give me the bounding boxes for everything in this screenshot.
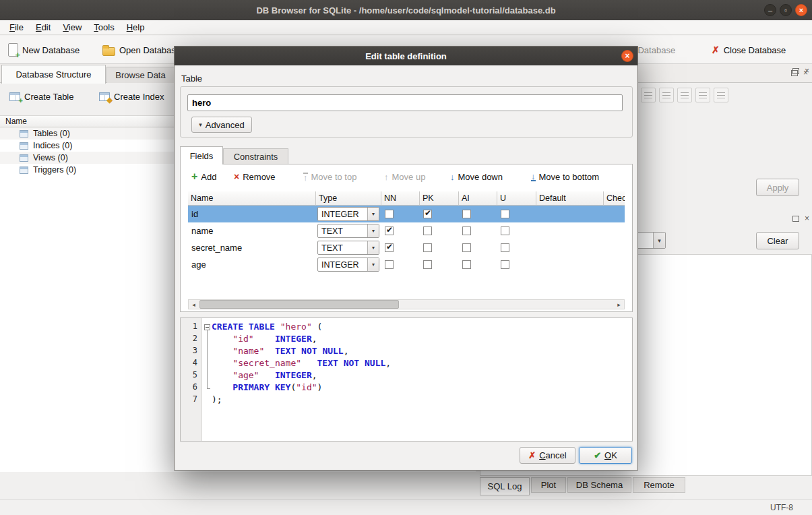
tab-remote[interactable]: Remote [633,477,685,493]
checkbox-pk[interactable] [423,210,432,218]
table-name-input[interactable] [187,94,623,111]
menu-file[interactable]: File [3,21,30,34]
grid-cell [604,206,625,222]
tab-constraints[interactable]: Constraints [223,148,288,164]
tab-fields[interactable]: Fields [180,146,223,164]
new-database-button[interactable]: New Database [4,40,84,59]
field-name-cell[interactable]: age [188,256,316,273]
tab-database-structure[interactable]: Database Structure [1,65,106,84]
apply-button[interactable]: Apply [756,179,799,196]
field-name-cell[interactable]: secret_name [188,239,316,256]
checkbox-nn[interactable] [385,226,394,235]
scrollbar-thumb[interactable] [199,300,399,309]
grid-cell [604,239,625,256]
menu-view[interactable]: View [57,21,88,34]
checkbox-u[interactable] [501,226,509,235]
menu-help[interactable]: Help [121,21,151,34]
field-type-combobox[interactable]: TEXT▾ [317,241,379,255]
column-header-check[interactable]: Check [604,191,625,206]
tab-plot[interactable]: Plot [531,477,566,493]
chevron-down-icon[interactable]: ▾ [367,258,379,271]
sql-editor-gutter: 1234567 [181,318,202,441]
column-header-name[interactable]: Name [188,191,316,206]
dock-float-icon[interactable] [792,216,799,222]
cell-editor-icon[interactable] [677,88,692,102]
checkbox-u[interactable] [501,243,509,252]
cell-editor-icon[interactable] [695,88,710,102]
cell-editor-icon[interactable] [659,88,674,102]
column-header-type[interactable]: Type [316,191,381,206]
cell-editor-icon[interactable] [641,88,656,102]
checkbox-ai[interactable] [462,243,471,252]
checkbox-pk[interactable] [423,226,432,235]
tab-browse-data[interactable]: Browse Data [106,67,175,83]
field-type-combobox[interactable]: INTEGER▾ [317,258,379,272]
dialog-close-icon[interactable]: × [621,50,633,62]
open-database-button[interactable]: Open Database [98,40,185,59]
column-header-u[interactable]: U [497,191,536,206]
move-down-button[interactable]: ↓ Move down [450,169,503,184]
advanced-toggle-button[interactable]: ▾ Advanced [191,117,252,133]
code-fold-icon[interactable] [204,324,210,330]
remove-field-button[interactable]: × Remove [234,169,276,184]
menu-tools[interactable]: Tools [88,21,120,34]
horizontal-scrollbar[interactable]: ◂ ▸ [188,299,625,309]
grid-cell [536,256,604,273]
field-row-secret_name[interactable]: secret_nameTEXT▾ [188,239,625,256]
tab-sql-log[interactable]: SQL Log [480,477,530,495]
move-up-button[interactable]: ↑ Move up [384,169,425,184]
column-header-default[interactable]: Default [536,191,604,206]
move-to-bottom-button[interactable]: ↓ Move to bottom [531,169,599,184]
close-database-button[interactable]: ✗ Close Database [708,40,790,59]
checkbox-pk[interactable] [423,243,432,252]
tab-db-schema[interactable]: DB Schema [567,477,631,493]
create-table-button[interactable]: + Create Table [9,92,73,102]
checkbox-ai[interactable] [462,226,471,235]
column-header-ai[interactable]: AI [459,191,497,206]
field-row-name[interactable]: nameTEXT▾ [188,222,625,239]
close-icon[interactable]: × [795,4,807,16]
scroll-left-icon[interactable]: ◂ [189,300,199,309]
grid-cell [420,256,459,273]
minimize-icon[interactable]: – [764,4,776,16]
chevron-down-icon[interactable]: ▾ [367,241,379,254]
encoding-indicator[interactable]: UTF-8 [770,503,793,512]
move-to-top-button[interactable]: ↑ Move to top [303,169,356,184]
field-row-id[interactable]: idINTEGER▾ [188,206,625,222]
checkbox-u[interactable] [501,210,509,218]
add-field-button[interactable]: + Add [191,169,216,184]
chevron-down-icon[interactable]: ▾ [367,224,379,237]
tab-label: Fields [190,151,214,161]
column-header-nn[interactable]: NN [381,191,420,206]
dock-close-icon[interactable]: × [805,215,809,222]
checkbox-ai[interactable] [462,260,471,269]
dialog-titlebar[interactable]: Edit table definition × [175,47,637,65]
field-type-combobox[interactable]: INTEGER▾ [317,207,379,221]
clear-button[interactable]: Clear [756,232,799,249]
dock-close-icon[interactable]: × [805,67,809,74]
scroll-right-icon[interactable]: ▸ [614,300,624,309]
checkbox-nn[interactable] [385,210,394,218]
menu-edit[interactable]: Edit [30,21,57,34]
ok-button[interactable]: ✔ OK [579,447,632,464]
field-name-cell[interactable]: name [188,222,316,239]
checkbox-u[interactable] [501,260,509,269]
field-row-age[interactable]: ageINTEGER▾ [188,256,625,273]
field-name-cell[interactable]: id [188,206,316,222]
checkbox-pk[interactable] [423,260,432,269]
column-header-pk[interactable]: PK [420,191,459,206]
chevron-down-icon[interactable]: ▾ [367,208,379,220]
sql-preview-editor[interactable]: 1234567 CREATE TABLE "hero" ( "id" INTEG… [180,317,633,442]
move-up-icon: ↑ [384,173,389,181]
checkbox-nn[interactable] [385,243,394,252]
dock-float-icon[interactable] [792,68,799,74]
window-titlebar[interactable]: DB Browser for SQLite - /home/user/code/… [0,0,812,20]
cancel-button[interactable]: ✗ Cancel [520,447,575,464]
create-index-button[interactable]: ◆ Create Index [99,92,164,102]
cell-editor-icon[interactable] [714,88,728,102]
checkbox-nn[interactable] [385,260,394,269]
maximize-icon[interactable]: ▫ [780,4,792,16]
checkbox-ai[interactable] [462,210,471,218]
chevron-down-icon[interactable]: ▾ [653,233,665,248]
field-type-combobox[interactable]: TEXT▾ [317,224,379,238]
